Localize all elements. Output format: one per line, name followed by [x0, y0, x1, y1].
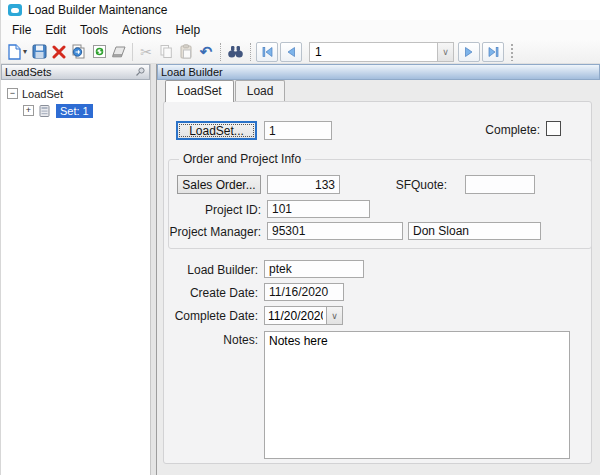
tree-node-set-1[interactable]: + Set: 1: [1, 102, 150, 119]
delete-icon: [52, 45, 66, 59]
tab-load[interactable]: Load: [235, 80, 286, 101]
complete-date-dropdown-icon[interactable]: ∨: [326, 306, 343, 325]
title-bar: Load Builder Maintenance: [1, 0, 600, 20]
save-button[interactable]: [29, 41, 49, 63]
new-dropdown-icon: ▾: [23, 47, 27, 56]
nav-first-button[interactable]: [256, 42, 278, 62]
window-title: Load Builder Maintenance: [28, 3, 167, 17]
complete-date-label: Complete Date:: [164, 309, 258, 323]
erase-button[interactable]: [109, 41, 129, 63]
sfquote-field[interactable]: [465, 175, 535, 194]
sfquote-label: SFQuote:: [369, 178, 447, 192]
record-combo: ∨: [309, 42, 454, 62]
create-date-field[interactable]: [264, 283, 344, 301]
new-button[interactable]: ▾: [5, 41, 29, 63]
delete-button[interactable]: [49, 41, 69, 63]
project-manager-id-field[interactable]: [267, 222, 403, 240]
tree-root-label: LoadSet: [22, 88, 63, 100]
paste-button[interactable]: [176, 41, 196, 63]
expand-icon[interactable]: +: [23, 105, 34, 116]
copy-button[interactable]: [156, 41, 176, 63]
toolbar-separator: [132, 43, 133, 61]
toolbar-grip: [510, 43, 514, 61]
load-builder-panel: Load Builder LoadSet Load LoadSet... Com…: [157, 64, 600, 475]
sales-order-field[interactable]: [267, 175, 340, 194]
paste-icon: [179, 44, 193, 59]
load-builder-panel-title: Load Builder: [161, 66, 223, 78]
tree-node-loadset-root[interactable]: − LoadSet: [1, 85, 150, 102]
menu-tools[interactable]: Tools: [74, 21, 114, 39]
tab-strip: LoadSet Load: [157, 80, 600, 101]
menu-help[interactable]: Help: [169, 21, 206, 39]
complete-date-field[interactable]: [264, 306, 326, 325]
loadset-button[interactable]: LoadSet...: [176, 121, 257, 140]
collapse-icon[interactable]: −: [7, 88, 18, 99]
nav-last-button[interactable]: [482, 42, 504, 62]
toolbar-separator-dotted: [220, 43, 221, 61]
undo-icon: ↶: [200, 45, 213, 59]
nav-last-icon: [488, 47, 499, 57]
app-window: Load Builder Maintenance File Edit Tools…: [0, 0, 600, 475]
save-icon: [32, 44, 47, 59]
find-button[interactable]: [225, 41, 246, 63]
complete-label: Complete:: [464, 123, 540, 137]
cut-button[interactable]: ✂: [136, 41, 156, 63]
notes-label: Notes:: [164, 333, 258, 347]
order-project-groupbox: Order and Project Info Sales Order... SF…: [168, 159, 592, 249]
menu-file[interactable]: File: [6, 21, 37, 39]
load-builder-panel-header: Load Builder: [157, 64, 600, 80]
load-builder-label: Load Builder:: [164, 263, 258, 277]
new-document-icon: [7, 44, 22, 60]
toolbar: ▾: [1, 40, 600, 64]
undo-button[interactable]: ↶: [196, 41, 216, 63]
eraser-icon: [111, 45, 127, 58]
nav-next-icon: [464, 47, 474, 57]
tree-selected-node-label: Set: 1: [56, 104, 93, 118]
project-manager-label: Project Manager:: [169, 225, 261, 239]
duplicate-icon: [71, 44, 87, 59]
menu-actions[interactable]: Actions: [116, 21, 167, 39]
pushpin-icon[interactable]: [134, 66, 146, 78]
load-builder-field[interactable]: [264, 260, 364, 278]
record-number-input[interactable]: [309, 42, 437, 62]
tab-loadset[interactable]: LoadSet: [165, 80, 234, 102]
copy-icon: [159, 44, 173, 59]
complete-date-combo: ∨: [264, 306, 343, 325]
loadset-node-icon: [38, 104, 52, 118]
duplicate-button[interactable]: [69, 41, 89, 63]
create-date-label: Create Date:: [164, 286, 258, 300]
main-area: LoadSets − LoadSet +: [1, 64, 600, 475]
notes-textarea[interactable]: Notes here: [264, 331, 570, 459]
refresh-icon: [92, 44, 107, 59]
nav-next-button[interactable]: [458, 42, 480, 62]
loadsets-tree: − LoadSet + Set: 1: [1, 80, 150, 475]
loadsets-panel: LoadSets − LoadSet +: [1, 64, 151, 475]
record-combo-dropdown-icon[interactable]: ∨: [437, 42, 454, 62]
loadset-tab-page: LoadSet... Complete: Order and Project I…: [163, 101, 592, 464]
app-icon: [8, 4, 22, 16]
nav-previous-icon: [286, 47, 296, 57]
binoculars-find-icon: [227, 45, 244, 59]
loadset-number-field[interactable]: [264, 121, 332, 140]
project-id-field[interactable]: [267, 200, 370, 218]
project-manager-name-field[interactable]: [408, 222, 541, 240]
nav-previous-button[interactable]: [280, 42, 302, 62]
sales-order-button[interactable]: Sales Order...: [177, 175, 261, 194]
menu-edit[interactable]: Edit: [39, 21, 72, 39]
loadsets-panel-header: LoadSets: [1, 64, 150, 80]
toolbar-separator-dotted2: [250, 43, 251, 61]
project-id-label: Project ID:: [169, 203, 261, 217]
loadsets-panel-title: LoadSets: [5, 66, 51, 78]
complete-checkbox[interactable]: [546, 121, 561, 136]
order-project-group-title: Order and Project Info: [179, 152, 305, 166]
refresh-button[interactable]: [89, 41, 109, 63]
cut-icon: ✂: [140, 44, 152, 60]
menu-bar: File Edit Tools Actions Help: [1, 20, 600, 40]
nav-first-icon: [262, 47, 273, 57]
